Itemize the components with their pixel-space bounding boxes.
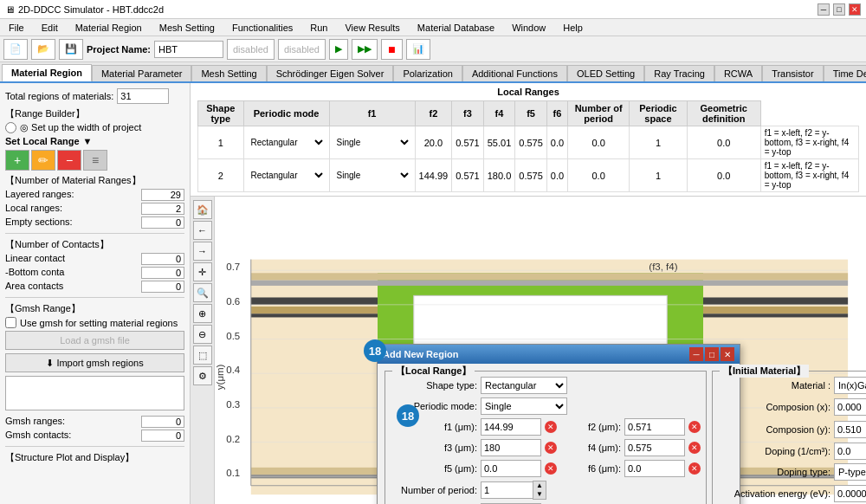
home-tool[interactable]: 🏠 <box>193 200 212 219</box>
edit-range-button[interactable]: ✏ <box>31 150 55 171</box>
col-header-f5: f5 <box>515 101 547 126</box>
tab-material-region[interactable]: Material Region <box>2 64 92 82</box>
num-period-up[interactable]: ▲ <box>533 481 546 490</box>
bottom-contact-row: -Bottom conta 0 <box>5 267 184 279</box>
minimize-button[interactable]: ─ <box>818 3 830 16</box>
tab-transistor[interactable]: Transistor <box>762 65 824 81</box>
add-range-button[interactable]: + <box>5 150 29 171</box>
open-button[interactable]: 📂 <box>31 39 55 60</box>
back-tool[interactable]: ← <box>193 221 212 240</box>
total-regions-input[interactable] <box>117 88 169 104</box>
area-contact-row: Area contacts 0 <box>5 281 184 293</box>
row1-shape-select[interactable]: Rectangular <box>248 137 326 148</box>
dialog-close-button[interactable]: ✕ <box>721 347 734 361</box>
project-name-input[interactable] <box>154 41 223 58</box>
material-select[interactable]: In(x)Ga(1-x)As(y)Sb(1-y) <box>834 377 866 394</box>
menu-mesh-setting[interactable]: Mesh Setting <box>154 21 220 35</box>
zoom-in-tool[interactable]: ⊕ <box>193 304 212 323</box>
title-bar-left: 🖥 2D-DDCC Simulator - HBT.ddcc2d <box>5 4 164 15</box>
maximize-button[interactable]: □ <box>833 3 845 16</box>
row2-f1: 144.99 <box>415 159 452 192</box>
set-width-radio[interactable] <box>5 122 16 133</box>
row2-periodic[interactable]: Single <box>329 159 415 192</box>
f6-input[interactable] <box>624 460 685 477</box>
composition-y-row: Composion (y): ▲ ▼ <box>718 420 866 439</box>
menu-file[interactable]: File <box>3 21 29 35</box>
toolbar-btn-disabled1[interactable]: disabled <box>227 39 275 60</box>
tab-schrodinger[interactable]: Schrödinger Eigen Solver <box>267 65 394 81</box>
delete-range-button[interactable]: − <box>57 150 81 171</box>
composition-x-input[interactable] <box>834 398 866 416</box>
menu-view-results[interactable]: View Results <box>339 21 404 35</box>
composition-y-input[interactable] <box>834 421 866 438</box>
dialog-maximize-button[interactable]: □ <box>705 347 719 361</box>
shape-type-select[interactable]: Rectangular <box>481 377 567 394</box>
tab-additional[interactable]: Additional Functions <box>462 65 567 81</box>
f4-input[interactable] <box>624 439 685 456</box>
periodic-mode-select[interactable]: Single <box>481 397 567 415</box>
f1-clear-button[interactable]: ✕ <box>545 421 557 433</box>
tab-mesh-setting[interactable]: Mesh Setting <box>191 65 266 81</box>
tab-material-parameter[interactable]: Material Parameter <box>92 65 192 81</box>
menu-functionalities[interactable]: Functionalities <box>227 21 298 35</box>
play-button[interactable]: ▶ <box>329 39 348 60</box>
menu-material-region[interactable]: Material Region <box>70 21 147 35</box>
settings-tool[interactable]: ⚙ <box>193 366 212 385</box>
tab-ray-tracing[interactable]: Ray Tracing <box>644 65 714 81</box>
f5-clear-button[interactable]: ✕ <box>545 462 557 475</box>
row2-periodic-select[interactable]: Single <box>333 170 411 181</box>
f1-input[interactable] <box>481 418 541 436</box>
num-period-input[interactable] <box>481 481 533 499</box>
row2-shape-select[interactable]: Rectangular <box>248 170 326 181</box>
menu-edit[interactable]: Edit <box>36 21 63 35</box>
toolbar-btn-disabled2[interactable]: disabled <box>278 39 326 60</box>
import-gmsh-button[interactable]: ⬇ Import gmsh regions <box>5 353 184 372</box>
dialog-minimize-button[interactable]: ─ <box>689 347 703 361</box>
gmsh-text-area[interactable] <box>5 376 184 410</box>
move-tool[interactable]: ✛ <box>193 262 212 281</box>
range-buttons: + ✏ − ≡ <box>5 150 184 171</box>
num-period-down[interactable]: ▼ <box>533 490 546 499</box>
f3-input[interactable] <box>481 439 541 456</box>
zoom-out-tool[interactable]: ⊖ <box>193 325 212 344</box>
menu-material-database[interactable]: Material Database <box>412 21 500 35</box>
f2-clear-button[interactable]: ✕ <box>688 421 701 433</box>
use-gmsh-checkbox[interactable] <box>5 317 16 328</box>
extra-range-button[interactable]: ≡ <box>83 150 107 171</box>
row1-shape[interactable]: Rectangular <box>243 126 329 159</box>
num-material-ranges-label: 【Number of Material Ranges】 <box>5 174 184 187</box>
tab-time-dependent[interactable]: Time Dependent Module <box>824 65 866 81</box>
f2-input[interactable] <box>624 418 685 436</box>
new-button[interactable]: 📄 <box>3 39 28 60</box>
f6-clear-button[interactable]: ✕ <box>688 462 701 475</box>
f4-clear-button[interactable]: ✕ <box>688 442 701 454</box>
doping-type-select[interactable]: P-type <box>834 463 866 481</box>
menu-help[interactable]: Help <box>558 21 588 35</box>
set-local-range-label: Set Local Range <box>5 136 80 146</box>
tab-polarization[interactable]: Polarization <box>393 65 462 81</box>
select-tool[interactable]: ⬚ <box>193 346 212 365</box>
save-button[interactable]: 💾 <box>59 39 83 60</box>
row1-periodic[interactable]: Single <box>329 126 415 159</box>
play-all-button[interactable]: ▶▶ <box>352 39 378 60</box>
load-gmsh-button[interactable]: Load a gmsh file <box>5 331 184 350</box>
menu-window[interactable]: Window <box>507 21 551 35</box>
zoom-tool[interactable]: 🔍 <box>193 283 212 302</box>
activation-energy-row: Activation energy (eV): ▲ ▼ <box>718 484 866 503</box>
stop-button[interactable]: ⏹ <box>381 39 403 60</box>
close-button[interactable]: ✕ <box>849 3 861 16</box>
row1-periodic-select[interactable]: Single <box>333 137 411 148</box>
doping-input[interactable] <box>834 443 866 460</box>
tab-oled[interactable]: OLED Setting <box>567 65 644 81</box>
menu-run[interactable]: Run <box>305 21 333 35</box>
f3-clear-button[interactable]: ✕ <box>545 442 557 454</box>
row2-shape[interactable]: Rectangular <box>243 159 329 192</box>
chart-button[interactable]: 📊 <box>406 39 430 60</box>
num-period-label: Number of period: <box>391 485 477 495</box>
linear-contact-label: Linear contact <box>5 253 65 265</box>
tab-rcwa[interactable]: RCWA <box>714 65 762 81</box>
area-contact-value: 0 <box>141 281 184 293</box>
forward-tool[interactable]: → <box>193 242 212 261</box>
activation-energy-input[interactable] <box>834 485 866 502</box>
f5-input[interactable] <box>481 460 541 477</box>
